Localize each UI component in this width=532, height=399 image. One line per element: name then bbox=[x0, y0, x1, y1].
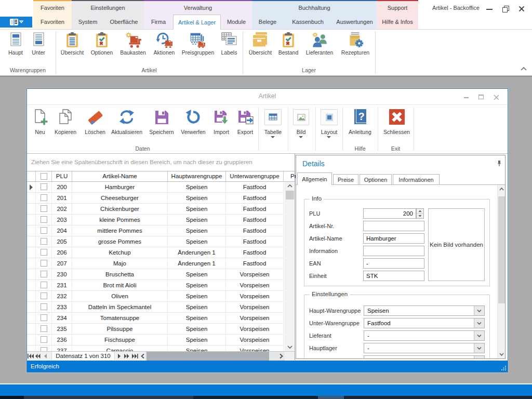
svg-text:?: ? bbox=[358, 111, 364, 122]
